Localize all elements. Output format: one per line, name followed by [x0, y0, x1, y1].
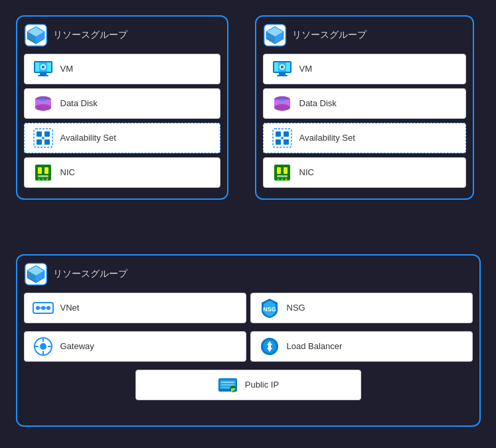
publicip-label: Public IP — [245, 380, 279, 390]
rg-title-bottom: リソースグループ — [53, 268, 127, 280]
svg-rect-23 — [38, 167, 42, 174]
rg-title-top-left: リソースグループ — [53, 29, 127, 41]
nsg-row: NSG NSG — [250, 293, 473, 323]
svg-point-21 — [42, 137, 44, 139]
public-ip-row: IP Public IP — [135, 370, 361, 400]
datadisk-icon-right — [272, 93, 293, 114]
datadisk-label-left: Data Disk — [60, 98, 98, 108]
datadisk-row-left: Data Disk — [24, 88, 220, 119]
svg-rect-53 — [284, 167, 288, 174]
svg-rect-25 — [38, 175, 48, 177]
resource-group-top-right: リソースグループ VM — [255, 15, 474, 200]
datadisk-row-right: Data Disk — [263, 88, 466, 119]
svg-rect-48 — [276, 139, 281, 145]
gateway-label: Gateway — [60, 341, 94, 351]
azure-cube-icon-bottom — [24, 262, 48, 286]
svg-point-64 — [36, 306, 40, 310]
svg-rect-9 — [38, 75, 48, 76]
datadisk-icon-left — [33, 93, 54, 114]
vm-row-right: VM — [263, 54, 466, 84]
rg-header-top-left: リソースグループ — [24, 23, 220, 47]
nic-label-left: NIC — [60, 167, 75, 177]
svg-rect-51 — [274, 165, 290, 181]
svg-rect-40 — [281, 66, 284, 68]
svg-point-28 — [46, 178, 48, 180]
svg-text:IP: IP — [231, 387, 236, 392]
svg-point-57 — [285, 178, 287, 180]
nsg-label: NSG — [287, 303, 305, 313]
gateway-row: Gateway — [24, 331, 246, 362]
svg-point-71 — [40, 343, 46, 350]
svg-rect-18 — [44, 131, 50, 137]
svg-point-56 — [281, 178, 283, 180]
svg-rect-46 — [276, 131, 281, 137]
svg-text:NSG: NSG — [263, 306, 276, 313]
svg-rect-11 — [42, 66, 44, 68]
rg-header-bottom: リソースグループ — [24, 262, 473, 286]
vnet-label: VNet — [60, 303, 80, 313]
nic-row-left: NIC — [24, 157, 220, 188]
vnet-icon — [33, 297, 54, 319]
azure-cube-icon — [24, 23, 48, 47]
lb-row: Load Balancer — [250, 331, 473, 362]
resource-group-top-left: リソースグループ VM — [16, 15, 228, 200]
svg-rect-24 — [44, 167, 48, 174]
nsg-icon: NSG — [259, 297, 280, 319]
svg-rect-8 — [40, 73, 46, 75]
svg-point-27 — [42, 178, 44, 180]
availset-icon-left — [33, 127, 54, 149]
vm-icon-left — [33, 58, 54, 80]
canvas: リソースグループ VM — [9, 9, 487, 440]
svg-point-44 — [278, 98, 286, 101]
vm-icon-right — [272, 58, 293, 80]
svg-rect-38 — [277, 75, 288, 76]
svg-point-66 — [46, 306, 50, 310]
svg-point-26 — [38, 178, 40, 180]
svg-point-43 — [274, 104, 290, 111]
vm-label-left: VM — [60, 64, 74, 74]
svg-rect-19 — [37, 139, 42, 145]
svg-rect-22 — [35, 165, 51, 181]
nic-label-right: NIC — [299, 167, 314, 177]
svg-point-14 — [35, 104, 51, 111]
nic-icon-right — [272, 162, 293, 183]
svg-rect-54 — [277, 175, 288, 177]
availset-row-left: Availability Set — [24, 123, 220, 153]
lb-label: Load Balancer — [287, 341, 343, 351]
svg-rect-37 — [279, 73, 286, 75]
nic-row-right: NIC — [263, 157, 466, 188]
resource-group-bottom: リソースグループ VNet — [16, 254, 481, 427]
rg-title-top-right: リソースグループ — [292, 29, 367, 41]
rg-header-top-right: リソースグループ — [263, 23, 466, 47]
svg-rect-49 — [284, 139, 289, 145]
availset-label-left: Availability Set — [60, 133, 116, 143]
publicip-icon: IP — [217, 374, 238, 396]
svg-rect-20 — [44, 139, 50, 145]
nic-icon-left — [33, 162, 54, 183]
vm-row-left: VM — [24, 54, 220, 84]
datadisk-label-right: Data Disk — [299, 98, 337, 108]
availset-label-right: Availability Set — [299, 133, 355, 143]
svg-point-15 — [39, 98, 47, 101]
azure-cube-icon-right — [263, 23, 287, 47]
lb-icon — [259, 336, 280, 357]
svg-rect-47 — [284, 131, 289, 137]
availset-icon-right — [272, 127, 293, 149]
svg-point-55 — [277, 178, 279, 180]
vm-label-right: VM — [299, 64, 313, 74]
svg-point-50 — [281, 137, 284, 139]
svg-rect-80 — [268, 345, 271, 348]
availset-row-right: Availability Set — [263, 123, 466, 153]
svg-point-65 — [41, 306, 45, 310]
svg-rect-17 — [37, 131, 42, 137]
gateway-icon — [33, 336, 54, 357]
bottom-grid: VNet NSG NSG — [24, 293, 473, 366]
vnet-row: VNet — [24, 293, 246, 323]
svg-rect-52 — [277, 167, 281, 174]
